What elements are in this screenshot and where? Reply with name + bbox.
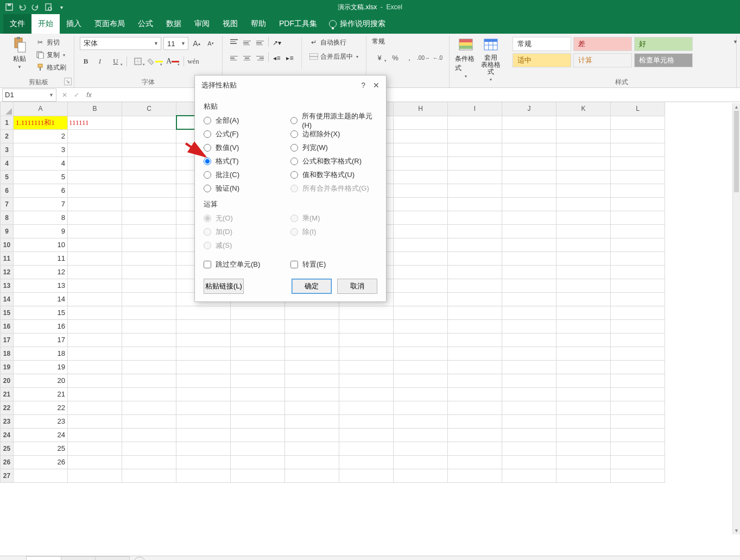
cell-I21[interactable] bbox=[448, 387, 502, 401]
cell-K10[interactable] bbox=[556, 238, 611, 251]
cell-E21[interactable] bbox=[231, 387, 285, 401]
cell-C8[interactable] bbox=[122, 211, 176, 224]
redo-icon[interactable] bbox=[29, 1, 41, 13]
comma-icon[interactable]: , bbox=[403, 52, 415, 64]
cell-I9[interactable] bbox=[448, 224, 502, 238]
cell-B5[interactable] bbox=[68, 170, 122, 184]
row-header-22[interactable]: 22 bbox=[1, 401, 14, 414]
cell-I17[interactable] bbox=[448, 333, 502, 347]
row-header-1[interactable]: 1 bbox=[1, 116, 14, 129]
cell-H25[interactable] bbox=[394, 442, 448, 455]
style-neutral[interactable]: 适中 bbox=[513, 53, 571, 67]
cell-D26[interactable] bbox=[176, 455, 231, 469]
cell-E27[interactable] bbox=[231, 469, 285, 482]
cell-J22[interactable] bbox=[502, 401, 556, 414]
cell-D15[interactable] bbox=[176, 306, 231, 319]
cell-B26[interactable] bbox=[68, 455, 122, 469]
cell-B15[interactable] bbox=[68, 306, 122, 319]
cell-H22[interactable] bbox=[394, 401, 448, 414]
row-header-18[interactable]: 18 bbox=[1, 347, 14, 360]
formula-input[interactable] bbox=[96, 89, 740, 101]
copy-button[interactable]: 复制▾ bbox=[34, 49, 68, 60]
cell-B8[interactable] bbox=[68, 211, 122, 224]
paste-link-button[interactable]: 粘贴链接(L) bbox=[204, 279, 244, 294]
cell-L13[interactable] bbox=[611, 279, 665, 292]
cell-A2[interactable]: 2 bbox=[14, 129, 68, 143]
style-check-cell[interactable]: 检查单元格 bbox=[634, 53, 693, 67]
cell-J9[interactable] bbox=[502, 224, 556, 238]
cell-D19[interactable] bbox=[176, 360, 231, 374]
cell-B2[interactable] bbox=[68, 129, 122, 143]
cell-J14[interactable] bbox=[502, 292, 556, 306]
cell-K23[interactable] bbox=[556, 414, 611, 428]
cell-I10[interactable] bbox=[448, 238, 502, 251]
cell-A1[interactable]: 1.1111111和1 bbox=[14, 116, 68, 129]
cell-B21[interactable] bbox=[68, 387, 122, 401]
radio-formulas-numfmt[interactable]: 公式和数字格式(R) bbox=[290, 154, 377, 168]
cell-A23[interactable]: 23 bbox=[14, 414, 68, 428]
cell-F22[interactable] bbox=[285, 401, 339, 414]
cell-G16[interactable] bbox=[339, 319, 394, 333]
col-header-B[interactable]: B bbox=[68, 102, 122, 116]
cell-A22[interactable]: 22 bbox=[14, 401, 68, 414]
cell-J19[interactable] bbox=[502, 360, 556, 374]
style-gallery[interactable]: 常规 差 好 适中 计算 检查单元格 bbox=[513, 37, 693, 67]
cell-G15[interactable] bbox=[339, 306, 394, 319]
cell-A25[interactable]: 25 bbox=[14, 442, 68, 455]
cell-J15[interactable] bbox=[502, 306, 556, 319]
cell-C23[interactable] bbox=[122, 414, 176, 428]
cell-J18[interactable] bbox=[502, 347, 556, 360]
cell-J12[interactable] bbox=[502, 265, 556, 279]
cell-D16[interactable] bbox=[176, 319, 231, 333]
save-icon[interactable] bbox=[3, 1, 15, 13]
cell-C26[interactable] bbox=[122, 455, 176, 469]
cell-L3[interactable] bbox=[611, 143, 665, 156]
cell-I13[interactable] bbox=[448, 279, 502, 292]
select-all-corner[interactable] bbox=[1, 102, 14, 116]
cell-F21[interactable] bbox=[285, 387, 339, 401]
fill-color-button[interactable]: ▾ bbox=[148, 55, 163, 67]
cell-H24[interactable] bbox=[394, 428, 448, 442]
cell-J11[interactable] bbox=[502, 251, 556, 265]
cell-J6[interactable] bbox=[502, 184, 556, 197]
cell-B25[interactable] bbox=[68, 442, 122, 455]
row-header-11[interactable]: 11 bbox=[1, 251, 14, 265]
row-header-23[interactable]: 23 bbox=[1, 414, 14, 428]
cell-L16[interactable] bbox=[611, 319, 665, 333]
cell-H14[interactable] bbox=[394, 292, 448, 306]
decrease-font-icon[interactable]: A▾ bbox=[205, 37, 217, 49]
cell-L24[interactable] bbox=[611, 428, 665, 442]
cell-H19[interactable] bbox=[394, 360, 448, 374]
radio-values-numfmt[interactable]: 值和数字格式(U) bbox=[290, 168, 377, 181]
col-header-I[interactable]: I bbox=[448, 102, 502, 116]
cell-L25[interactable] bbox=[611, 442, 665, 455]
cell-A19[interactable]: 19 bbox=[14, 360, 68, 374]
cell-D22[interactable] bbox=[176, 401, 231, 414]
indent-increase-icon[interactable]: ▸≡ bbox=[284, 52, 296, 64]
cell-H5[interactable] bbox=[394, 170, 448, 184]
cell-E23[interactable] bbox=[231, 414, 285, 428]
cell-L15[interactable] bbox=[611, 306, 665, 319]
cell-L2[interactable] bbox=[611, 129, 665, 143]
cell-A8[interactable]: 8 bbox=[14, 211, 68, 224]
cell-F18[interactable] bbox=[285, 347, 339, 360]
cell-H16[interactable] bbox=[394, 319, 448, 333]
cell-F16[interactable] bbox=[285, 319, 339, 333]
cell-B27[interactable] bbox=[68, 469, 122, 482]
cell-C20[interactable] bbox=[122, 374, 176, 387]
cell-H9[interactable] bbox=[394, 224, 448, 238]
row-header-16[interactable]: 16 bbox=[1, 319, 14, 333]
cell-L23[interactable] bbox=[611, 414, 665, 428]
cell-B1[interactable]: 111111 bbox=[68, 116, 122, 129]
cell-B19[interactable] bbox=[68, 360, 122, 374]
cell-A15[interactable]: 15 bbox=[14, 306, 68, 319]
col-header-L[interactable]: L bbox=[611, 102, 665, 116]
cell-J17[interactable] bbox=[502, 333, 556, 347]
cell-K19[interactable] bbox=[556, 360, 611, 374]
cell-I24[interactable] bbox=[448, 428, 502, 442]
row-header-24[interactable]: 24 bbox=[1, 428, 14, 442]
row-header-27[interactable]: 27 bbox=[1, 469, 14, 482]
cell-C15[interactable] bbox=[122, 306, 176, 319]
cell-I23[interactable] bbox=[448, 414, 502, 428]
cell-K5[interactable] bbox=[556, 170, 611, 184]
